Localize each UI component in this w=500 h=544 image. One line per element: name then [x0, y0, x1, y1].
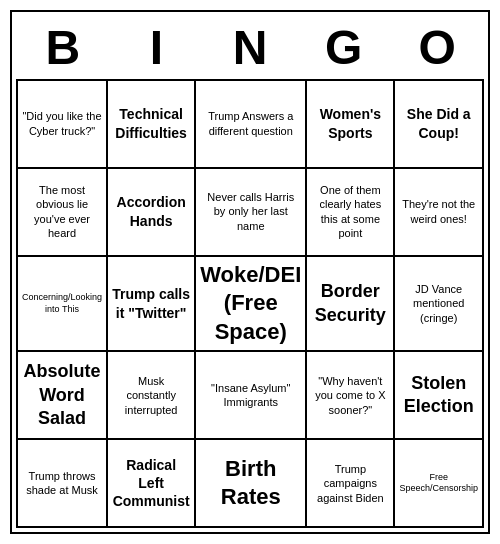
bingo-cell[interactable]: Technical Difficulties — [108, 81, 196, 169]
bingo-cell[interactable]: Never calls Harris by only her last name — [196, 169, 307, 257]
bingo-cell[interactable]: "Why haven't you come to X sooner?" — [307, 352, 395, 440]
bingo-cell[interactable]: Trump Answers a different question — [196, 81, 307, 169]
bingo-cell[interactable]: Women's Sports — [307, 81, 395, 169]
bingo-cell[interactable]: Trump campaigns against Biden — [307, 440, 395, 528]
letter-n: N — [206, 20, 294, 75]
bingo-cell[interactable]: Accordion Hands — [108, 169, 196, 257]
bingo-header: B I N G O — [16, 16, 484, 79]
bingo-cell[interactable]: Trump throws shade at Musk — [18, 440, 108, 528]
bingo-cell[interactable]: Free Speech/Censorship — [395, 440, 484, 528]
letter-g: G — [300, 20, 388, 75]
bingo-cell[interactable]: Stolen Election — [395, 352, 484, 440]
bingo-cell[interactable]: "Did you like the Cyber truck?" — [18, 81, 108, 169]
bingo-cell[interactable]: They're not the weird ones! — [395, 169, 484, 257]
bingo-cell[interactable]: Musk constantly interrupted — [108, 352, 196, 440]
bingo-grid: "Did you like the Cyber truck?"Technical… — [16, 79, 484, 529]
bingo-cell[interactable]: Woke/DEI (Free Space) — [196, 257, 307, 353]
bingo-cell[interactable]: JD Vance mentioned (cringe) — [395, 257, 484, 353]
bingo-cell[interactable]: Absolute Word Salad — [18, 352, 108, 440]
bingo-cell[interactable]: Birth Rates — [196, 440, 307, 528]
bingo-cell[interactable]: Trump calls it "Twitter" — [108, 257, 196, 353]
letter-i: I — [112, 20, 200, 75]
letter-o: O — [393, 20, 481, 75]
bingo-card: B I N G O "Did you like the Cyber truck?… — [10, 10, 490, 535]
bingo-cell[interactable]: One of them clearly hates this at some p… — [307, 169, 395, 257]
bingo-cell[interactable]: Concerning/Looking into This — [18, 257, 108, 353]
bingo-cell[interactable]: Radical Left Communist — [108, 440, 196, 528]
letter-b: B — [19, 20, 107, 75]
bingo-cell[interactable]: The most obvious lie you've ever heard — [18, 169, 108, 257]
bingo-cell[interactable]: "Insane Asylum" Immigrants — [196, 352, 307, 440]
bingo-cell[interactable]: She Did a Coup! — [395, 81, 484, 169]
bingo-cell[interactable]: Border Security — [307, 257, 395, 353]
